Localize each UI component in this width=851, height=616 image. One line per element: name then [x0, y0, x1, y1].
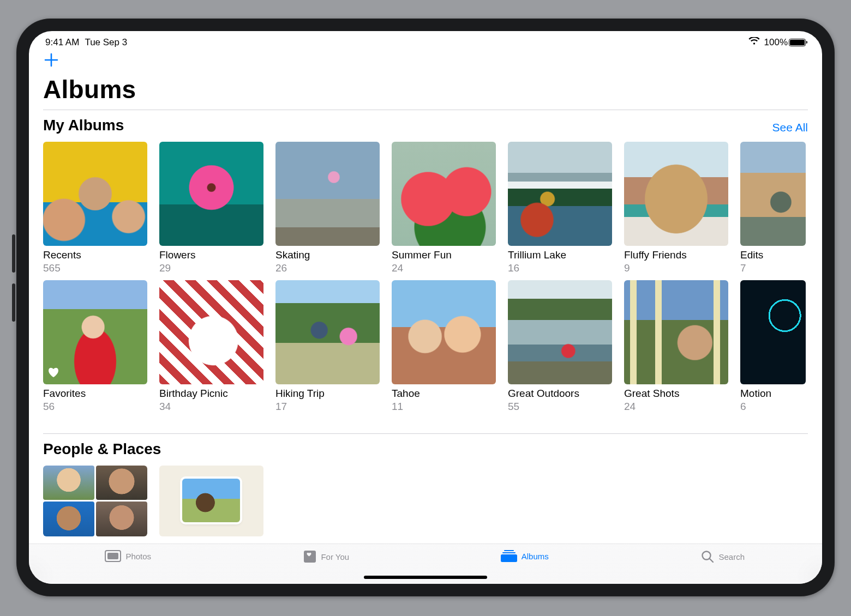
album-thumbnail: [159, 142, 263, 246]
tab-albums[interactable]: Albums: [425, 550, 624, 562]
album-tile[interactable]: Fluffy Friends9: [624, 142, 728, 275]
tab-for-you[interactable]: For You: [227, 550, 426, 563]
tab-label: Photos: [125, 552, 151, 561]
album-tile[interactable]: Great Shots24: [624, 280, 728, 413]
album-tile[interactable]: Flowers29: [159, 142, 263, 275]
album-tile[interactable]: Tahoe11: [392, 280, 496, 413]
volume-up-button[interactable]: [12, 234, 15, 273]
album-count: 55: [508, 400, 612, 414]
section-people-places: People & Places: [29, 433, 822, 536]
status-time: 9:41 AM: [45, 37, 79, 48]
battery-percent: 100%: [764, 37, 788, 48]
album-thumbnail: [508, 280, 612, 384]
wifi-icon: [748, 37, 760, 48]
status-date: Tue Sep 3: [85, 37, 127, 48]
album-count: 9: [624, 262, 728, 275]
my-albums-scroll[interactable]: Recents565Flowers29Skating26Summer Fun24…: [43, 142, 808, 419]
album-count: 29: [159, 262, 263, 275]
album-title: Fluffy Friends: [624, 246, 728, 262]
album-tile[interactable]: Favorites56: [43, 280, 147, 413]
album-count: 26: [275, 262, 380, 275]
album-count: 24: [392, 262, 496, 275]
album-tile[interactable]: Birthday Picnic34: [159, 280, 263, 413]
section-title-my-albums: My Albums: [43, 117, 772, 134]
album-tile[interactable]: Great Outdoors55: [508, 280, 612, 413]
album-count: 34: [159, 400, 263, 414]
album-count: 6: [740, 400, 806, 414]
album-tile[interactable]: Edits7: [740, 142, 806, 275]
album-count: 16: [508, 262, 612, 275]
svg-rect-3: [504, 550, 514, 551]
album-title: Flowers: [159, 246, 263, 262]
places-tile[interactable]: [159, 466, 263, 536]
album-tile[interactable]: Motion6: [740, 280, 806, 413]
person-thumb: [96, 466, 147, 500]
album-thumbnail: [740, 142, 806, 246]
volume-down-button[interactable]: [12, 283, 15, 322]
tab-photos[interactable]: Photos: [29, 550, 227, 562]
album-tile[interactable]: Hiking Trip17: [275, 280, 380, 413]
album-title: Great Outdoors: [508, 384, 612, 400]
album-title: Birthday Picnic: [159, 384, 263, 400]
album-title: Hiking Trip: [275, 384, 380, 400]
home-indicator[interactable]: [364, 576, 487, 579]
svg-rect-1: [107, 553, 118, 559]
album-thumbnail: [624, 142, 728, 246]
album-thumbnail: [508, 142, 612, 246]
tab-label: Albums: [522, 552, 549, 561]
album-count: 11: [392, 400, 496, 414]
album-thumbnail: [624, 280, 728, 384]
svg-rect-4: [502, 552, 516, 553]
heart-icon: [47, 367, 59, 380]
see-all-link[interactable]: See All: [772, 121, 808, 134]
album-title: Great Shots: [624, 384, 728, 400]
album-title: Skating: [275, 246, 380, 262]
album-count: 56: [43, 400, 147, 414]
person-thumb: [43, 466, 94, 500]
person-thumb: [43, 502, 94, 536]
album-thumbnail: [392, 142, 496, 246]
album-thumbnail: [740, 280, 806, 384]
svg-line-7: [710, 559, 713, 562]
album-title: Recents: [43, 246, 147, 262]
album-title: Tahoe: [392, 384, 496, 400]
album-title: Summer Fun: [392, 246, 496, 262]
album-thumbnail: [43, 142, 147, 246]
album-thumbnail: [392, 280, 496, 384]
status-bar: 9:41 AM Tue Sep 3 100%: [29, 31, 822, 50]
screen: 9:41 AM Tue Sep 3 100% Albums My Albums …: [29, 31, 822, 584]
add-album-button[interactable]: [43, 52, 59, 68]
tab-bar: Photos For You Albums Search: [29, 543, 822, 584]
album-count: 7: [740, 262, 806, 275]
album-thumbnail: [159, 280, 263, 384]
album-title: Edits: [740, 246, 806, 262]
tab-label: For You: [321, 552, 349, 561]
album-thumbnail: [43, 280, 147, 384]
section-my-albums: My Albums See All: [29, 110, 822, 142]
person-thumb: [96, 502, 147, 536]
album-title: Trillium Lake: [508, 246, 612, 262]
album-count: 17: [275, 400, 380, 414]
svg-rect-2: [304, 551, 316, 563]
album-count: 565: [43, 262, 147, 275]
battery-icon: [789, 39, 806, 46]
people-tile[interactable]: [43, 466, 147, 536]
divider: [43, 433, 808, 434]
album-tile[interactable]: Trillium Lake16: [508, 142, 612, 275]
album-title: Favorites: [43, 384, 147, 400]
album-thumbnail: [275, 280, 380, 384]
svg-rect-5: [501, 554, 517, 562]
divider: [43, 110, 808, 110]
album-thumbnail: [275, 142, 380, 246]
section-title-people-places: People & Places: [43, 440, 808, 458]
album-count: 24: [624, 400, 728, 414]
tab-search[interactable]: Search: [624, 550, 823, 563]
album-tile[interactable]: Recents565: [43, 142, 147, 275]
page-title: Albums: [29, 68, 822, 110]
album-tile[interactable]: Skating26: [275, 142, 380, 275]
album-tile[interactable]: Summer Fun24: [392, 142, 496, 275]
tab-label: Search: [718, 552, 745, 561]
places-thumb: [182, 479, 240, 522]
album-title: Motion: [740, 384, 806, 400]
ipad-frame: 9:41 AM Tue Sep 3 100% Albums My Albums …: [16, 19, 835, 596]
